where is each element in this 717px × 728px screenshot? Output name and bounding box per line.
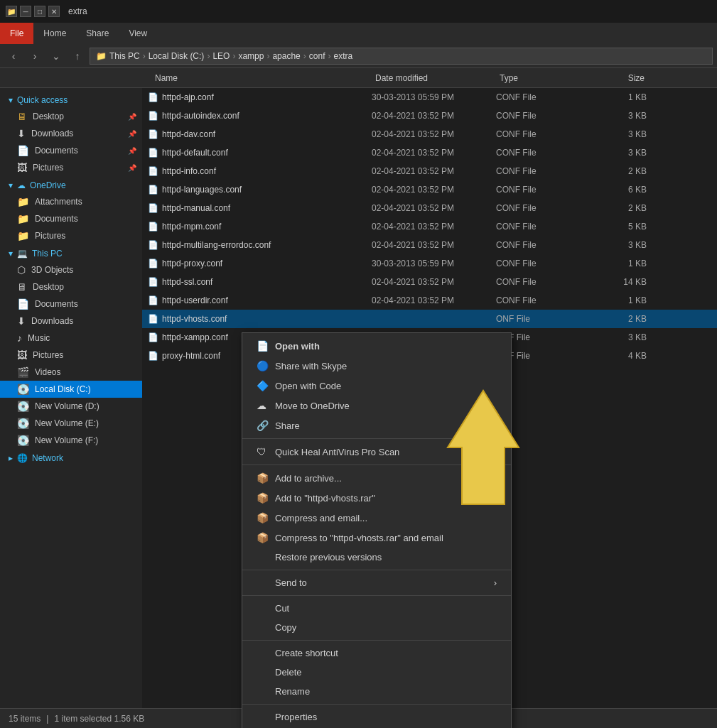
context-menu-divider <box>242 595 511 596</box>
context-menu-item[interactable]: Cut <box>242 599 511 618</box>
address-bar: ‹ › ⌄ ↑ 📁 This PC › Local Disk (C:) › LE… <box>0 44 717 68</box>
context-menu-item[interactable]: Copy <box>242 618 511 637</box>
file-row[interactable]: 📄 httpd-proxy.conf 30-03-2013 05:59 PM C… <box>142 254 717 273</box>
file-row[interactable]: 📄 httpd-mpm.conf 02-04-2021 03:52 PM CON… <box>142 217 717 236</box>
file-icon: 📄 <box>148 240 162 250</box>
context-menu-item[interactable]: Send to› <box>242 573 511 592</box>
file-date: 02-04-2021 03:52 PM <box>372 129 496 139</box>
chevron-down-icon: ▾ <box>9 249 13 259</box>
sidebar-item-videos[interactable]: 🎬 Videos <box>0 364 142 381</box>
file-row[interactable]: 📄 httpd-autoindex.conf 02-04-2021 03:52 … <box>142 107 717 125</box>
ribbon-tab-view[interactable]: View <box>119 23 157 44</box>
file-size: 5 KB <box>595 222 652 232</box>
file-icon: 📄 <box>148 277 162 287</box>
context-menu-item[interactable]: 🔷Open with Code <box>242 376 511 396</box>
sidebar-item-documents[interactable]: 📄 Documents 📌 <box>0 142 142 159</box>
ribbon-tab-home[interactable]: Home <box>33 23 76 44</box>
sidebar-section-onedrive[interactable]: ▾ ☁ OneDrive <box>0 176 142 193</box>
maximize-icon[interactable]: □ <box>34 6 45 17</box>
file-row[interactable]: 📄 httpd-ssl.conf 02-04-2021 03:52 PM CON… <box>142 273 717 291</box>
sidebar-item-desktop[interactable]: 🖥 Desktop 📌 <box>0 108 142 125</box>
sidebar-od-documents-label: Documents <box>35 214 78 224</box>
sidebar-item-newvolume-f[interactable]: 💽 New Volume (F:) <box>0 432 142 449</box>
up-button[interactable]: ↑ <box>68 47 87 65</box>
recent-button[interactable]: ⌄ <box>47 47 65 65</box>
file-name: httpd-mpm.conf <box>162 222 372 232</box>
sidebar-item-pc-documents[interactable]: 📄 Documents <box>0 295 142 313</box>
sidebar-item-pictures[interactable]: 🖼 Pictures 📌 <box>0 159 142 176</box>
sidebar-section-thispc[interactable]: ▾ 💻 This PC <box>0 244 142 261</box>
ribbon-tab-share[interactable]: Share <box>76 23 119 44</box>
window-title: extra <box>68 6 87 16</box>
file-row[interactable]: 📄 httpd-default.conf 02-04-2021 03:52 PM… <box>142 143 717 162</box>
col-header-size[interactable]: Size <box>593 68 650 87</box>
context-menu-item[interactable]: Rename <box>242 682 511 701</box>
sidebar-network-label: Network <box>32 453 63 463</box>
pin-icon: 📌 <box>128 113 136 121</box>
file-type: CONF File <box>496 240 595 250</box>
context-menu-item[interactable]: 📦Compress to "httpd-vhosts.rar" and emai… <box>242 528 511 548</box>
close-icon[interactable]: ✕ <box>48 6 60 17</box>
ribbon-tab-file[interactable]: File <box>0 23 33 44</box>
sidebar-item-music[interactable]: ♪ Music <box>0 330 142 347</box>
address-path[interactable]: 📁 This PC › Local Disk (C:) › LEO › xamp… <box>90 48 713 65</box>
file-size: 3 KB <box>595 148 652 158</box>
file-size: 3 KB <box>595 240 652 250</box>
sidebar-item-pc-desktop[interactable]: 🖥 Desktop <box>0 278 142 295</box>
file-row[interactable]: 📄 httpd-vhosts.conf ONF File 2 KB <box>142 310 717 328</box>
sidebar-item-localdisk-c[interactable]: 💽 Local Disk (C:) <box>0 381 142 398</box>
music-icon: ♪ <box>17 332 22 344</box>
file-date: 02-04-2021 03:52 PM <box>372 166 496 176</box>
documents-icon: 📄 <box>17 145 29 156</box>
context-item-icon: 📄 <box>257 340 268 352</box>
context-menu-item[interactable]: Properties <box>242 707 511 727</box>
sidebar-item-pc-downloads[interactable]: ⬇ Downloads <box>0 313 142 330</box>
sidebar-item-downloads[interactable]: ⬇ Downloads 📌 <box>0 125 142 142</box>
sidebar-item-od-documents[interactable]: 📁 Documents <box>0 210 142 227</box>
file-icon: 📄 <box>148 111 162 121</box>
file-row[interactable]: 📄 httpd-userdir.conf 02-04-2021 03:52 PM… <box>142 291 717 310</box>
sidebar-item-attachments[interactable]: 📁 Attachments <box>0 193 142 210</box>
context-item-label: Create shortcut <box>275 648 338 658</box>
file-name: httpd-userdir.conf <box>162 295 372 305</box>
context-menu-item[interactable]: 📦Compress and email... <box>242 508 511 528</box>
file-row[interactable]: 📄 httpd-languages.conf 02-04-2021 03:52 … <box>142 180 717 199</box>
file-row[interactable]: 📄 httpd-multilang-errordoc.conf 02-04-20… <box>142 236 717 254</box>
context-menu-item[interactable]: 🛡Quick Heal AntiVirus Pro Scan <box>242 442 511 462</box>
context-menu-item[interactable]: 📦Add to "httpd-vhosts.rar" <box>242 488 511 508</box>
path-folder-icon: 📁 <box>96 51 107 61</box>
sidebar-thispc-label: This PC <box>32 249 63 259</box>
file-row[interactable]: 📄 httpd-ajp.conf 30-03-2013 05:59 PM CON… <box>142 88 717 107</box>
col-header-name[interactable]: Name <box>149 68 370 87</box>
path-xampp: xampp <box>238 51 264 61</box>
sidebar-section-network[interactable]: ▸ 🌐 Network <box>0 449 142 466</box>
sidebar-item-3dobjects[interactable]: ⬡ 3D Objects <box>0 261 142 278</box>
context-menu-divider <box>242 704 511 705</box>
file-size: 2 KB <box>595 314 652 324</box>
file-row[interactable]: 📄 httpd-dav.conf 02-04-2021 03:52 PM CON… <box>142 125 717 143</box>
forward-button[interactable]: › <box>26 47 44 65</box>
sidebar-item-od-pictures[interactable]: 📁 Pictures <box>0 227 142 244</box>
context-menu-item[interactable]: 🔗Share <box>242 415 511 435</box>
context-menu-item[interactable]: 📄Open with <box>242 336 511 356</box>
file-row[interactable]: 📄 httpd-info.conf 02-04-2021 03:52 PM CO… <box>142 162 717 180</box>
back-button[interactable]: ‹ <box>4 47 23 65</box>
col-header-type[interactable]: Type <box>494 68 593 87</box>
file-row[interactable]: 📄 httpd-manual.conf 02-04-2021 03:52 PM … <box>142 199 717 217</box>
context-menu-item[interactable]: Delete <box>242 663 511 682</box>
sidebar-item-pc-pictures[interactable]: 🖼 Pictures <box>0 347 142 364</box>
sidebar-item-newvolume-d[interactable]: 💽 New Volume (D:) <box>0 398 142 415</box>
context-menu-item[interactable]: 🔵Share with Skype <box>242 356 511 376</box>
sidebar-section-quick-access[interactable]: ▾ Quick access <box>0 91 142 108</box>
context-menu-item[interactable]: 📦Add to archive... <box>242 468 511 488</box>
minimize-icon[interactable]: ─ <box>20 6 31 17</box>
file-name: httpd-info.conf <box>162 166 372 176</box>
sidebar-onedrive-label: OneDrive <box>30 180 66 190</box>
context-menu-item[interactable]: Restore previous versions <box>242 548 511 567</box>
context-menu-item[interactable]: Create shortcut <box>242 643 511 663</box>
context-menu-item[interactable]: ☁Move to OneDrive <box>242 396 511 415</box>
col-header-date[interactable]: Date modified <box>370 68 494 87</box>
file-type: CONF File <box>496 148 595 158</box>
sidebar-item-newvolume-e[interactable]: 💽 New Volume (E:) <box>0 415 142 432</box>
file-icon: 📄 <box>148 185 162 195</box>
